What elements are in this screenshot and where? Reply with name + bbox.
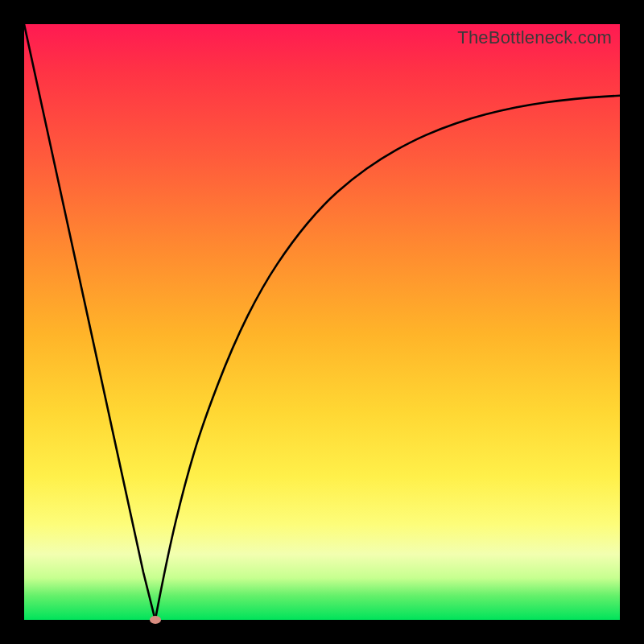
curve-svg bbox=[24, 24, 620, 620]
curve-right-branch bbox=[155, 96, 620, 620]
chart-frame: TheBottleneck.com bbox=[0, 0, 644, 644]
min-marker bbox=[150, 616, 161, 624]
plot-area: TheBottleneck.com bbox=[24, 24, 620, 620]
curve-left-branch bbox=[24, 24, 155, 620]
